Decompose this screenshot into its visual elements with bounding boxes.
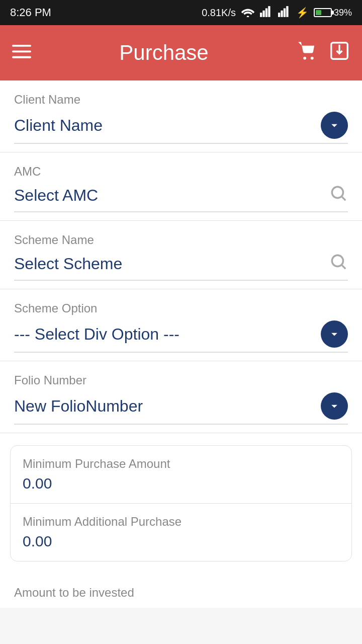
min-additional-label: Minimum Additional Purchase [23,515,339,529]
svg-rect-9 [12,45,31,47]
client-name-value: Client Name [14,116,103,135]
wifi-icon [241,6,255,20]
amount-section: Amount to be invested [0,574,362,608]
scheme-name-placeholder: Select Scheme [14,255,122,273]
scheme-search-icon[interactable] [329,252,348,276]
export-icon[interactable] [329,41,350,65]
menu-icon[interactable] [12,43,31,63]
svg-rect-5 [278,13,280,17]
svg-point-13 [311,56,314,59]
min-purchase-row: Minimum Purchase Amount 0.00 [11,446,351,504]
scheme-option-value: --- Select Div Option --- [14,325,179,344]
scheme-name-section: Scheme Name Select Scheme [0,221,362,289]
svg-rect-11 [12,56,31,58]
client-name-row[interactable]: Client Name [14,112,348,144]
client-name-label: Client Name [14,93,348,107]
min-purchase-value: 0.00 [23,475,339,492]
purchase-info-card: Minimum Purchase Amount 0.00 Minimum Add… [10,445,352,561]
signal2-icon [278,6,291,20]
svg-rect-4 [268,6,270,17]
folio-number-value: New FolioNumber [14,397,143,416]
amount-label: Amount to be invested [14,586,348,600]
amc-placeholder: Select AMC [14,186,98,205]
app-bar: Purchase [0,25,362,80]
scheme-option-dropdown[interactable] [321,320,348,348]
folio-number-dropdown[interactable] [321,392,348,420]
signal-icon [260,6,273,20]
svg-point-12 [303,56,306,59]
amc-label: AMC [14,165,348,179]
scheme-option-row[interactable]: --- Select Div Option --- [14,320,348,353]
svg-point-18 [332,255,343,266]
scheme-name-row[interactable]: Select Scheme [14,252,348,281]
folio-number-row[interactable]: New FolioNumber [14,392,348,425]
client-name-dropdown[interactable] [321,112,348,139]
amc-row[interactable]: Select AMC [14,184,348,212]
svg-point-0 [247,16,249,17]
scheme-name-label: Scheme Name [14,233,348,247]
status-bar: 8:26 PM 0.81K/s [0,0,362,25]
min-additional-value: 0.00 [23,533,339,550]
amc-search-icon[interactable] [329,184,348,207]
form-content: Client Name Client Name AMC Select AMC S… [0,80,362,608]
client-name-section: Client Name Client Name [0,80,362,152]
scheme-option-section: Scheme Option --- Select Div Option --- [0,289,362,361]
svg-line-17 [342,197,345,200]
battery-percent: 39% [334,8,352,18]
folio-number-section: Folio Number New FolioNumber [0,361,362,433]
charging-icon: ⚡ [296,7,309,19]
status-icons: 0.81K/s ⚡ [202,6,352,20]
svg-point-16 [332,187,343,198]
amc-section: AMC Select AMC [0,152,362,221]
svg-rect-2 [262,10,264,17]
min-additional-row: Minimum Additional Purchase 0.00 [11,504,351,561]
cart-icon[interactable] [297,41,319,65]
svg-rect-3 [265,8,267,17]
svg-rect-7 [284,8,286,17]
svg-line-19 [342,265,345,269]
svg-rect-10 [12,50,31,52]
network-speed: 0.81K/s [202,7,236,19]
svg-rect-8 [286,6,288,17]
page-title: Purchase [41,41,287,65]
svg-rect-1 [260,13,262,17]
status-time: 8:26 PM [10,6,51,19]
min-purchase-label: Minimum Purchase Amount [23,457,339,471]
folio-number-label: Folio Number [14,373,348,387]
battery-indicator: 39% [314,8,352,18]
svg-rect-6 [281,10,283,17]
scheme-option-label: Scheme Option [14,301,348,315]
